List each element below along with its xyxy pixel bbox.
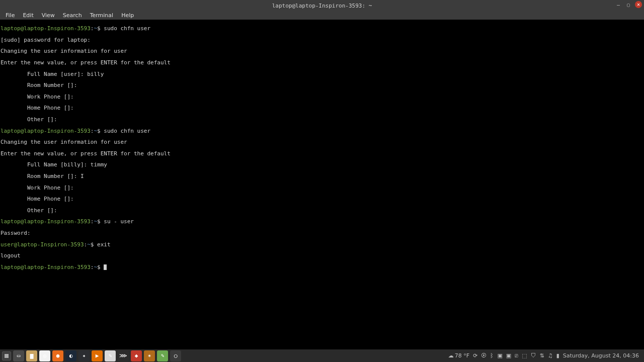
taskbar-app-mint-menu[interactable]: ◯ xyxy=(170,350,181,361)
terminal-line: laptop@laptop-Inspiron-3593:~$ xyxy=(1,264,643,270)
menu-view[interactable]: View xyxy=(38,12,58,19)
terminal-line: Changing the user information for user xyxy=(1,139,643,145)
window-minimize-button[interactable]: — xyxy=(615,1,622,8)
window-titlebar: laptop@laptop-Inspiron-3593: ~ — ▢ ✕ xyxy=(0,0,644,11)
terminal-line: Room Number []: xyxy=(1,82,643,88)
terminal-line: Full Name [billy]: timmy xyxy=(1,162,643,167)
prompt-userhost: laptop@laptop-Inspiron-3593 xyxy=(1,218,91,225)
taskbar: ▭▆◎●◐✦▶✎⋙◆✶✎◯ ☁ 78 °F ⟳ ⦿ ᛒ ▣ ▣ ⎚ ⬚ ⛉ ⇅ … xyxy=(0,349,644,362)
start-menu-button[interactable] xyxy=(2,351,11,360)
terminal-line: Changing the user information for user xyxy=(1,48,643,54)
sound-icon[interactable]: ♫ xyxy=(548,352,553,359)
window-maximize-button[interactable]: ▢ xyxy=(625,1,632,8)
system-tray: ☁ 78 °F ⟳ ⦿ ᛒ ▣ ▣ ⎚ ⬚ ⛉ ⇅ ♫ ▮ Saturday, … xyxy=(448,352,642,359)
terminal-line: Other []: xyxy=(1,208,643,213)
menu-edit[interactable]: Edit xyxy=(19,12,37,19)
terminal-line: Home Phone []: xyxy=(1,105,643,111)
prompt-path: ~ xyxy=(87,241,91,248)
record-icon[interactable]: ⦿ xyxy=(481,352,487,359)
tray-icon[interactable]: ⬚ xyxy=(522,352,527,359)
taskbar-app-app-red[interactable]: ◆ xyxy=(131,350,142,361)
terminal-line: [sudo] password for laptop: xyxy=(1,37,643,43)
taskbar-app-discord[interactable]: ✦ xyxy=(78,350,90,361)
battery-icon[interactable]: ▮ xyxy=(556,352,559,359)
taskbar-app-app-green[interactable]: ✎ xyxy=(157,350,168,361)
prompt-userhost: laptop@laptop-Inspiron-3593 xyxy=(1,25,91,32)
terminal-line: Enter the new value, or press ENTER for … xyxy=(1,60,643,65)
menu-terminal[interactable]: Terminal xyxy=(87,12,117,19)
taskbar-app-show-desktop[interactable]: ▭ xyxy=(13,350,24,361)
updates-icon[interactable]: ⛉ xyxy=(531,352,536,359)
prompt-userhost: user@laptop-Inspiron-3593 xyxy=(1,241,84,248)
taskbar-app-steam[interactable]: ◐ xyxy=(65,350,76,361)
menu-file[interactable]: File xyxy=(2,12,18,19)
taskbar-app-app-dark[interactable]: ⋙ xyxy=(118,350,129,361)
terminal-line: logout xyxy=(1,253,643,258)
weather-indicator[interactable]: ☁ 78 °F xyxy=(448,352,469,359)
terminal-line: Enter the new value, or press ENTER for … xyxy=(1,151,643,156)
terminal-line: Room Number []: I xyxy=(1,173,643,179)
cmd: su - user xyxy=(104,218,134,225)
clock[interactable]: Saturday, August 24, 04:36 xyxy=(563,352,639,359)
menu-help[interactable]: Help xyxy=(118,12,137,19)
terminal-line: laptop@laptop-Inspiron-3593:~$ sudo chfn… xyxy=(1,128,643,134)
terminal-line: Full Name [user]: billy xyxy=(1,71,643,77)
window-close-button[interactable]: ✕ xyxy=(635,1,642,8)
terminal-line: Work Phone []: xyxy=(1,185,643,191)
terminal-viewport[interactable]: laptop@laptop-Inspiron-3593:~$ sudo chfn… xyxy=(0,20,644,349)
taskbar-app-app-orange[interactable]: ✶ xyxy=(144,350,155,361)
prompt-userhost: laptop@laptop-Inspiron-3593 xyxy=(1,264,91,270)
network-icon[interactable]: ⇅ xyxy=(540,352,544,359)
terminal-line: Work Phone []: xyxy=(1,94,643,100)
bluetooth-icon[interactable]: ᛒ xyxy=(490,352,494,359)
cmd: sudo chfn user xyxy=(104,25,150,32)
menu-search[interactable]: Search xyxy=(59,12,86,19)
tray-icon[interactable]: ⎚ xyxy=(515,352,518,359)
terminal-line: Home Phone []: xyxy=(1,196,643,202)
taskbar-app-gimp[interactable]: ✎ xyxy=(105,350,116,361)
tray-icon[interactable]: ▣ xyxy=(506,352,511,359)
taskbar-app-media-player[interactable]: ▶ xyxy=(92,350,103,361)
terminal-menubar: File Edit View Search Terminal Help xyxy=(0,11,644,20)
window-title: laptop@laptop-Inspiron-3593: ~ xyxy=(272,3,372,9)
taskbar-app-firefox[interactable]: ● xyxy=(52,350,63,361)
terminal-line: Password: xyxy=(1,230,643,236)
terminal-line: laptop@laptop-Inspiron-3593:~$ sudo chfn… xyxy=(1,26,643,31)
text-cursor-ibeam: I xyxy=(80,173,84,179)
cmd: exit xyxy=(97,241,111,248)
taskbar-app-chrome[interactable]: ◎ xyxy=(39,350,50,361)
prompt-userhost: laptop@laptop-Inspiron-3593 xyxy=(1,128,91,134)
block-cursor xyxy=(104,264,107,270)
taskbar-app-list: ▭▆◎●◐✦▶✎⋙◆✶✎◯ xyxy=(13,350,181,361)
refresh-icon[interactable]: ⟳ xyxy=(473,352,477,359)
terminal-line: user@laptop-Inspiron-3593:~$ exit xyxy=(1,242,643,247)
cmd: sudo chfn user xyxy=(104,128,150,134)
terminal-line: Other []: xyxy=(1,117,643,122)
terminal-line: laptop@laptop-Inspiron-3593:~$ su - user xyxy=(1,219,643,224)
taskbar-app-files[interactable]: ▆ xyxy=(26,350,37,361)
tray-icon[interactable]: ▣ xyxy=(497,352,502,359)
